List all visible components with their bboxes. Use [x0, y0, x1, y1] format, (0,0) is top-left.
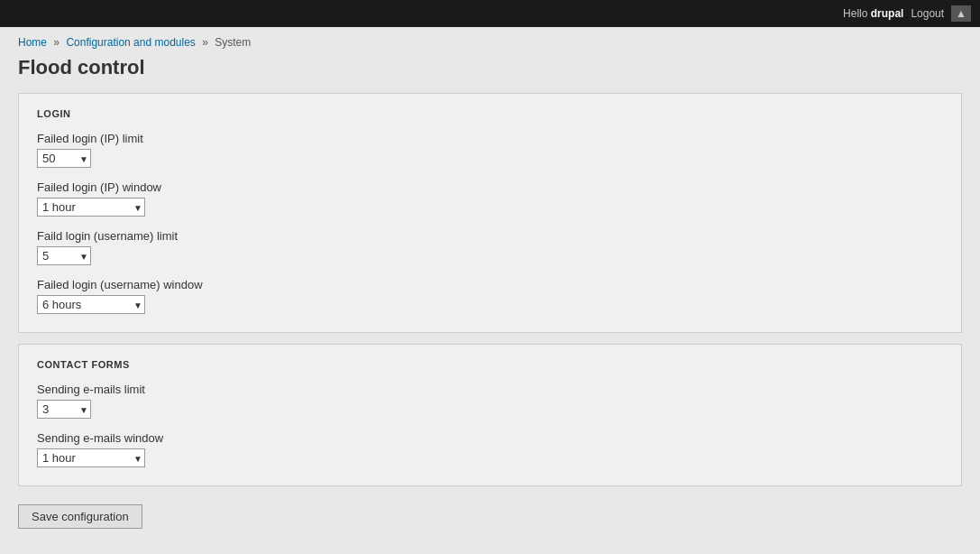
scroll-top-button[interactable]: ▲ — [951, 5, 971, 22]
username-label: drupal — [871, 7, 904, 20]
email-window-select-wrapper: 1 hour 6 hours 12 hours 24 hours 1 week … — [37, 448, 145, 467]
email-limit-field-group: Sending e-mails limit 1 2 3 5 10 20 ▼ — [37, 383, 943, 419]
hello-label: Hello — [843, 7, 871, 20]
email-limit-select[interactable]: 1 2 3 5 10 20 — [37, 400, 91, 419]
ip-window-select[interactable]: 1 hour 6 hours 12 hours 24 hours 1 week — [37, 198, 145, 217]
breadcrumb-home[interactable]: Home — [18, 36, 47, 49]
page-title: Flood control — [18, 56, 962, 79]
username-limit-select[interactable]: 1 2 3 4 5 10 20 — [37, 246, 91, 265]
ip-limit-select-wrapper: 5 10 20 50 100 200 ▼ — [37, 149, 91, 168]
username-window-select-wrapper: 1 hour 6 hours 12 hours 24 hours 1 week … — [37, 295, 145, 314]
login-section: LOGIN Failed login (IP) limit 5 10 20 50… — [18, 93, 962, 333]
breadcrumb-system: System — [215, 36, 251, 49]
ip-window-field-group: Failed login (IP) window 1 hour 6 hours … — [37, 180, 943, 217]
ip-window-label: Failed login (IP) window — [37, 180, 943, 194]
sep2: » — [202, 36, 208, 49]
logout-link[interactable]: Logout — [911, 7, 944, 20]
email-limit-label: Sending e-mails limit — [37, 383, 943, 396]
email-limit-select-wrapper: 1 2 3 5 10 20 ▼ — [37, 400, 91, 419]
ip-limit-label: Failed login (IP) limit — [37, 132, 943, 145]
breadcrumb: Home » Configuration and modules » Syste… — [18, 36, 962, 49]
save-configuration-button[interactable]: Save configuration — [18, 504, 142, 529]
contact-section: CONTACT FORMS Sending e-mails limit 1 2 … — [18, 344, 962, 486]
login-section-title: LOGIN — [37, 108, 943, 119]
main-content: Home » Configuration and modules » Syste… — [0, 27, 980, 554]
ip-limit-field-group: Failed login (IP) limit 5 10 20 50 100 2… — [37, 132, 943, 168]
username-limit-label: Faild login (username) limit — [37, 229, 943, 243]
hello-text: Hello drupal — [843, 7, 903, 20]
username-limit-field-group: Faild login (username) limit 1 2 3 4 5 1… — [37, 229, 943, 265]
breadcrumb-config[interactable]: Configuration and modules — [66, 36, 195, 49]
email-window-select[interactable]: 1 hour 6 hours 12 hours 24 hours 1 week — [37, 448, 145, 467]
username-window-label: Failed login (username) window — [37, 278, 943, 291]
email-window-field-group: Sending e-mails window 1 hour 6 hours 12… — [37, 431, 943, 467]
username-window-field-group: Failed login (username) window 1 hour 6 … — [37, 278, 943, 314]
username-window-select[interactable]: 1 hour 6 hours 12 hours 24 hours 1 week — [37, 295, 145, 314]
topbar: Hello drupal Logout ▲ — [0, 0, 980, 27]
ip-window-select-wrapper: 1 hour 6 hours 12 hours 24 hours 1 week … — [37, 198, 145, 217]
sep1: » — [53, 36, 60, 49]
username-limit-select-wrapper: 1 2 3 4 5 10 20 ▼ — [37, 246, 91, 265]
ip-limit-select[interactable]: 5 10 20 50 100 200 — [37, 149, 91, 168]
email-window-label: Sending e-mails window — [37, 431, 943, 445]
contact-section-title: CONTACT FORMS — [37, 359, 943, 370]
